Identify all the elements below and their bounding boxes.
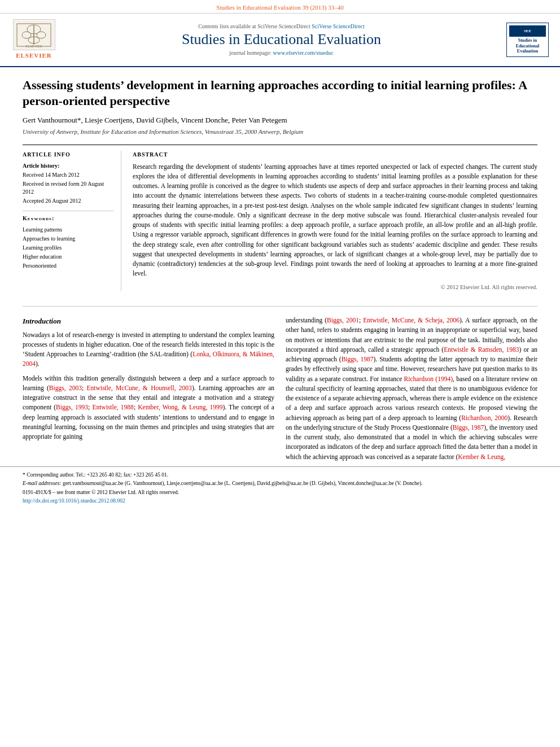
received-revised-date: Received in revised form 20 August 2012: [23, 180, 114, 196]
journal-homepage-link[interactable]: www.elsevier.com/stueduc: [273, 50, 334, 56]
journal-center-header: Contents lists available at SciVerse Sci…: [56, 23, 506, 58]
abstract-text: Research regarding the development of st…: [133, 162, 537, 279]
footnote-corresponding: * Corresponding author. Tel.: +323 265 4…: [23, 471, 537, 479]
article-affiliation: University of Antwerp, Institute for Edu…: [23, 128, 537, 136]
section-divider: [23, 306, 537, 307]
ref-entwistle1988[interactable]: Entwistle, 1988: [92, 404, 134, 410]
article-title: Assessing students’ development in learn…: [23, 77, 537, 110]
abstract-label: ABSTRACT: [133, 151, 537, 159]
keywords-label: Keywords:: [23, 215, 114, 222]
keyword-1: Learning patterns: [23, 226, 114, 234]
abstract-column: ABSTRACT Research regarding the developm…: [133, 151, 537, 292]
journal-title: Studies in Educational Evaluation: [62, 32, 501, 48]
keyword-5: Personoriented: [23, 262, 114, 270]
ref-entwistle2006[interactable]: Entwistle, McCune, & Scheja, 2006: [363, 317, 460, 324]
footnotes-section: * Corresponding author. Tel.: +323 265 4…: [0, 466, 560, 505]
body-left-column: Introduction Nowadays a lot of research-…: [23, 316, 274, 466]
ref-entwistle1983[interactable]: Entwistle & Ramsden, 1983: [444, 346, 519, 353]
ref-entwistle2003[interactable]: Entwistle, McCune, & Hounsell, 2003: [86, 385, 191, 391]
article-info-abstract: ARTICLE INFO Article history: Received 1…: [23, 145, 537, 292]
themes-word: themes: [140, 423, 159, 430]
footnote-emails: E-mail addresses: gert.vanthournout@ua.a…: [23, 480, 537, 487]
ref-biggs2001[interactable]: Biggs, 2001: [327, 317, 359, 324]
footnote-issn: 0191-491X/$ – see front matter © 2012 El…: [23, 489, 537, 496]
body-content: Introduction Nowadays a lot of research-…: [0, 316, 560, 466]
introduction-heading: Introduction: [23, 316, 274, 327]
article-authors: Gert Vanthournout*, Liesje Coertjens, Da…: [23, 115, 537, 125]
ref-richardson1994[interactable]: Richardson (1994): [404, 375, 453, 382]
journal-right-logo: SEE Studies inEducationalEvaluation: [506, 23, 549, 57]
body-paragraph-1: Nowadays a lot of research-energy is inv…: [23, 330, 274, 369]
received-date-1: Received 14 March 2012: [23, 171, 114, 179]
ref-biggs1987[interactable]: Biggs, 1987: [342, 356, 374, 362]
journal-reference-bar: Studies in Educational Evaluation 39 (20…: [0, 0, 560, 14]
ref-biggs1987b[interactable]: Biggs, 1987: [453, 424, 484, 431]
footnote-doi: http://dx.doi.org/10.1016/j.stueduc.2012…: [23, 497, 537, 505]
doi-link[interactable]: http://dx.doi.org/10.1016/j.stueduc.2012…: [23, 498, 125, 504]
ref-richardson2000[interactable]: Richardson, 2000: [461, 414, 508, 421]
elsevier-wordmark: ELSEVIER: [16, 51, 52, 60]
elsevier-logo: ELSEVIER ELSEVIER: [11, 19, 56, 60]
journal-header: ELSEVIER ELSEVIER Contents lists availab…: [0, 14, 560, 67]
article-section: Assessing students’ development in learn…: [0, 67, 560, 297]
copyright-line: © 2012 Elsevier Ltd. All rights reserved…: [133, 283, 537, 292]
journal-homepage-line: journal homepage: www.elsevier.com/stued…: [62, 49, 501, 57]
svg-text:ELSEVIER: ELSEVIER: [26, 45, 42, 48]
journal-right-logo-text: Studies inEducationalEvaluation: [509, 38, 546, 54]
body-right-column: understanding (Biggs, 2001; Entwistle, M…: [286, 316, 537, 466]
ref-lonka[interactable]: Lonka, Olkinuora, & Mäkinen, 2004: [23, 351, 274, 367]
ref-kember-leung[interactable]: Kember & Leung,: [458, 453, 505, 460]
elsevier-logo-image: ELSEVIER: [13, 19, 55, 50]
journal-reference-text: Studies in Educational Evaluation 39 (20…: [216, 4, 343, 11]
keyword-4: Higher education: [23, 253, 114, 261]
accepted-date: Accepted 26 August 2012: [23, 197, 114, 205]
keyword-2: Approaches to learning: [23, 235, 114, 243]
article-info-column: ARTICLE INFO Article history: Received 1…: [23, 151, 121, 292]
body-right-paragraph-1: understanding (Biggs, 2001; Entwistle, M…: [286, 316, 537, 462]
page: Studies in Educational Evaluation 39 (20…: [0, 0, 560, 505]
sciverse-link[interactable]: SciVerse ScienceDirect: [312, 23, 365, 29]
article-history: Article history: Received 14 March 2012 …: [23, 162, 114, 205]
keyword-3: Learning profiles: [23, 244, 114, 252]
keywords-section: Keywords: Learning patterns Approaches t…: [23, 211, 114, 270]
ref-biggs1993[interactable]: Biggs, 1993: [56, 404, 88, 410]
body-paragraph-2: Models within this tradition generally d…: [23, 374, 274, 442]
sciverse-line: Contents lists available at SciVerse Sci…: [62, 23, 501, 30]
article-info-label: ARTICLE INFO: [23, 151, 114, 159]
article-history-label: Article history:: [23, 162, 114, 170]
ref-biggs2003[interactable]: Biggs, 2003: [49, 385, 82, 391]
ref-kember1999[interactable]: Kember, Wong, & Leung, 1999: [138, 404, 222, 410]
